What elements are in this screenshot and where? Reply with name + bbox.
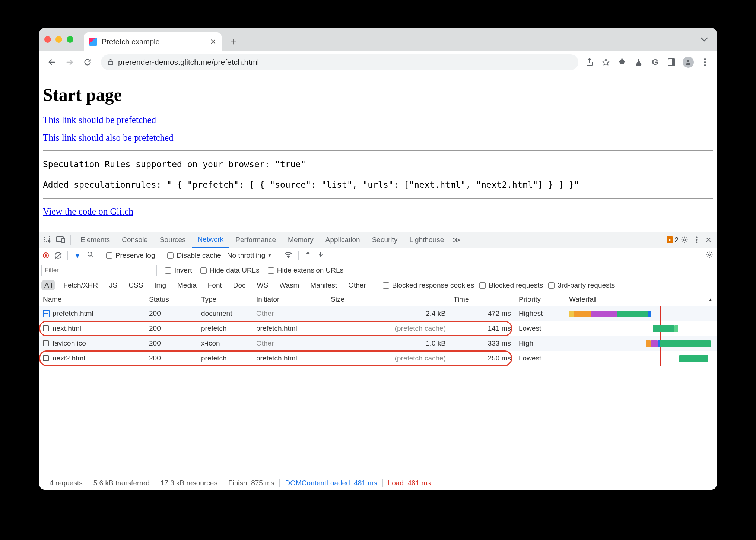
initiator-cell[interactable]: prefetch.html: [256, 324, 297, 333]
filter-type-font[interactable]: Font: [205, 280, 225, 290]
col-type[interactable]: Type: [197, 293, 252, 306]
glitch-code-link[interactable]: View the code on Glitch: [43, 206, 133, 217]
omnibox[interactable]: prerender-demos.glitch.me/prefetch.html: [101, 54, 578, 70]
bookmark-button[interactable]: [601, 57, 611, 67]
tab-title: Prefetch example: [102, 38, 160, 46]
share-button[interactable]: [584, 57, 595, 67]
priority-cell: Highest: [515, 306, 565, 321]
new-tab-button[interactable]: ＋: [226, 34, 241, 49]
col-initiator[interactable]: Initiator: [252, 293, 327, 306]
prefetch-link-1[interactable]: This link should be prefetched: [43, 115, 156, 125]
waterfall-cell: [565, 321, 717, 336]
status-cell: 200: [145, 336, 197, 351]
devtools-tab-memory[interactable]: Memory: [282, 232, 320, 248]
filter-type-css[interactable]: CSS: [126, 280, 146, 290]
waterfall-cell: [565, 306, 717, 321]
warning-badge: ▪: [667, 236, 673, 243]
devtools-menu-button[interactable]: [691, 234, 702, 245]
disable-cache-checkbox[interactable]: Disable cache: [167, 251, 221, 260]
col-status[interactable]: Status: [145, 293, 197, 306]
devtools-close-button[interactable]: ✕: [703, 234, 714, 245]
initiator-cell[interactable]: prefetch.html: [256, 354, 297, 362]
close-tab-icon[interactable]: ✕: [210, 37, 216, 46]
devtools-tab-security[interactable]: Security: [366, 232, 404, 248]
search-button[interactable]: [87, 251, 94, 260]
import-har-button[interactable]: [317, 251, 324, 260]
invert-label: Invert: [174, 266, 192, 274]
export-har-button[interactable]: [305, 251, 311, 260]
side-panel-button[interactable]: [666, 57, 677, 67]
table-row[interactable]: next2.html200prefetchprefetch.html(prefe…: [39, 351, 717, 366]
separator: [70, 235, 71, 245]
labs-button[interactable]: [633, 57, 644, 67]
filter-type-js[interactable]: JS: [106, 280, 120, 290]
table-row[interactable]: prefetch.html200documentOther2.4 kB472 m…: [39, 306, 717, 321]
col-waterfall[interactable]: Waterfall▲: [565, 293, 717, 306]
reload-button[interactable]: [80, 55, 95, 70]
invert-checkbox[interactable]: Invert: [165, 266, 192, 274]
separator: [67, 251, 68, 260]
issues-button[interactable]: ▪ 2: [667, 234, 678, 245]
network-settings-button[interactable]: [706, 251, 713, 260]
filter-type-media[interactable]: Media: [174, 280, 200, 290]
menu-button[interactable]: [700, 57, 710, 67]
hide-data-urls-checkbox[interactable]: Hide data URLs: [200, 266, 260, 274]
filter-type-other[interactable]: Other: [345, 280, 369, 290]
record-button[interactable]: [43, 252, 49, 258]
extensions-button[interactable]: [617, 57, 628, 67]
svg-point-2: [687, 60, 689, 62]
profile-button[interactable]: [683, 57, 694, 68]
devtools-tab-performance[interactable]: Performance: [229, 232, 282, 248]
filter-type-doc[interactable]: Doc: [230, 280, 249, 290]
tab-list-button[interactable]: [697, 32, 712, 47]
zoom-window-button[interactable]: [67, 36, 73, 43]
blocked-cookies-checkbox[interactable]: Blocked response cookies: [383, 281, 474, 289]
minimize-window-button[interactable]: [55, 36, 62, 43]
browser-tab[interactable]: Prefetch example ✕: [84, 32, 222, 51]
table-row[interactable]: next.html200prefetchprefetch.html(prefet…: [39, 321, 717, 336]
disable-cache-label: Disable cache: [177, 251, 221, 260]
throttling-select[interactable]: No throttling▼: [227, 251, 272, 260]
devtools-tab-console[interactable]: Console: [116, 232, 154, 248]
file-icon: [43, 340, 49, 346]
devtools-tab-network[interactable]: Network: [192, 232, 230, 248]
window-controls: [44, 36, 73, 43]
prefetch-link-2[interactable]: This link should also be prefetched: [43, 133, 174, 143]
col-name[interactable]: Name: [39, 293, 145, 306]
blocked-requests-checkbox[interactable]: Blocked requests: [479, 281, 543, 289]
filter-type-all[interactable]: All: [41, 280, 55, 290]
device-toggle-button[interactable]: [55, 234, 67, 246]
col-priority[interactable]: Priority: [515, 293, 565, 306]
third-party-checkbox[interactable]: 3rd-party requests: [548, 281, 615, 289]
filter-input[interactable]: [41, 265, 157, 276]
preserve-log-checkbox[interactable]: Preserve log: [106, 251, 155, 260]
devtools-tab-elements[interactable]: Elements: [74, 232, 116, 248]
filter-type-fetch-xhr[interactable]: Fetch/XHR: [60, 280, 101, 290]
google-button[interactable]: G: [650, 57, 660, 67]
devtools-tab-sources[interactable]: Sources: [154, 232, 192, 248]
devtools-tab-lighthouse[interactable]: Lighthouse: [403, 232, 450, 248]
close-window-button[interactable]: [44, 36, 51, 43]
forward-button[interactable]: [62, 55, 77, 70]
col-time[interactable]: Time: [450, 293, 515, 306]
clear-button[interactable]: [55, 252, 61, 259]
table-row[interactable]: favicon.ico200x-iconOther1.0 kB333 msHig…: [39, 336, 717, 351]
back-button[interactable]: [44, 55, 59, 70]
filter-type-wasm[interactable]: Wasm: [276, 280, 302, 290]
speculation-output-2: Added speculationrules: " { "prefetch": …: [43, 178, 713, 192]
size-cell: 1.0 kB: [327, 336, 450, 351]
inspect-element-button[interactable]: [42, 234, 54, 246]
svg-point-15: [709, 254, 711, 255]
devtools-tab-application[interactable]: Application: [320, 232, 366, 248]
more-tabs-button[interactable]: ≫: [451, 234, 462, 245]
settings-button[interactable]: [679, 234, 690, 245]
filter-type-ws[interactable]: WS: [254, 280, 271, 290]
filter-type-manifest[interactable]: Manifest: [307, 280, 340, 290]
size-cell: 2.4 kB: [327, 306, 450, 321]
col-size[interactable]: Size: [327, 293, 450, 306]
filter-toggle-button[interactable]: ▼: [74, 251, 81, 260]
filter-type-img[interactable]: Img: [151, 280, 169, 290]
separator: [376, 281, 376, 289]
hide-extension-urls-checkbox[interactable]: Hide extension URLs: [268, 266, 343, 274]
network-conditions-button[interactable]: [284, 251, 292, 260]
